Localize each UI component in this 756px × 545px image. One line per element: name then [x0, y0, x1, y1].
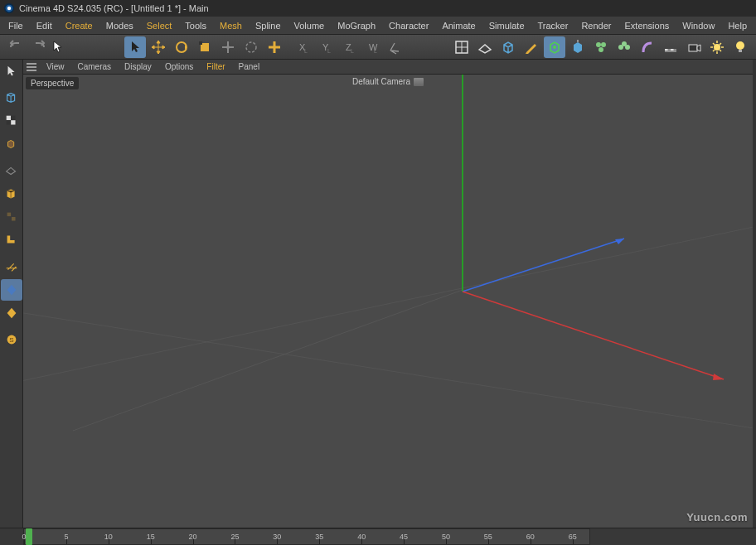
- hamburger-icon[interactable]: [23, 63, 40, 71]
- hint-bulb-icon[interactable]: [729, 36, 751, 58]
- menu-modes[interactable]: Modes: [99, 18, 140, 33]
- floor-icon[interactable]: [660, 36, 681, 58]
- title-bar: Cinema 4D S24.035 (RC) - [Untitled 1 *] …: [0, 0, 756, 17]
- select-tool-icon[interactable]: [124, 36, 146, 58]
- menu-spline[interactable]: Spline: [249, 18, 288, 33]
- svg-point-6: [226, 46, 230, 49]
- svg-point-22: [598, 47, 603, 52]
- svg-rect-28: [689, 45, 697, 51]
- tick-label: 60: [526, 533, 535, 541]
- menu-help[interactable]: Help: [721, 18, 754, 33]
- menu-animate[interactable]: Animate: [435, 18, 482, 33]
- svg-point-7: [246, 42, 256, 52]
- tweak-icon[interactable]: [1, 302, 22, 324]
- tick-label: 50: [442, 533, 450, 541]
- svg-point-30: [736, 41, 744, 50]
- tick-label: 40: [357, 533, 366, 541]
- y-axis-icon[interactable]: YL: [315, 36, 337, 58]
- timeline-ruler[interactable]: 05101520253035404550556065: [23, 528, 590, 545]
- menu-volume[interactable]: Volume: [288, 18, 332, 33]
- menu-extensions[interactable]: Extensions: [618, 18, 676, 33]
- coord-system-icon[interactable]: [385, 36, 406, 58]
- undo-icon[interactable]: [5, 36, 27, 58]
- menu-tracker[interactable]: Tracker: [531, 18, 575, 33]
- viewport-menu-filter[interactable]: Filter: [200, 60, 231, 73]
- viewport[interactable]: Perspective Default Camera: [23, 75, 753, 528]
- extrude-icon[interactable]: [567, 36, 589, 58]
- svg-line-43: [463, 292, 724, 379]
- make-editable-icon[interactable]: [1, 87, 22, 109]
- bend-icon[interactable]: [637, 36, 658, 58]
- menu-edit[interactable]: Edit: [30, 18, 59, 33]
- rotate-tool-icon[interactable]: [171, 36, 192, 58]
- coin-icon[interactable]: S: [1, 329, 22, 350]
- plane-icon[interactable]: [474, 36, 496, 58]
- menu-select[interactable]: Select: [140, 18, 179, 33]
- svg-point-20: [596, 42, 601, 47]
- tick-label: 55: [484, 533, 492, 541]
- menu-tools[interactable]: Tools: [178, 18, 213, 33]
- subdiv-icon[interactable]: [544, 36, 565, 58]
- svg-line-41: [463, 239, 624, 292]
- z-axis-icon[interactable]: ZL: [338, 36, 360, 58]
- texture-mode-icon[interactable]: [1, 133, 22, 155]
- window-title: Cinema 4D S24.035 (RC) - [Untitled 1 *] …: [19, 3, 209, 13]
- cloner-icon[interactable]: [590, 36, 612, 58]
- svg-rect-32: [7, 116, 11, 120]
- svg-point-29: [714, 44, 720, 51]
- w-axis-icon[interactable]: WL: [361, 36, 383, 58]
- menu-character[interactable]: Character: [382, 18, 435, 33]
- viewport-menu-view[interactable]: View: [40, 60, 71, 73]
- pen-icon[interactable]: [521, 36, 542, 58]
- tick-label: 30: [273, 533, 281, 541]
- viewport-menu-display[interactable]: Display: [118, 60, 158, 73]
- redo-icon[interactable]: [28, 36, 50, 58]
- scale-tool-icon[interactable]: [194, 36, 216, 58]
- view-layout-icon[interactable]: [451, 36, 472, 58]
- points-mode-icon[interactable]: [1, 183, 22, 205]
- cube-icon[interactable]: [497, 36, 519, 58]
- svg-rect-36: [7, 213, 12, 217]
- svg-rect-37: [12, 217, 16, 221]
- tick-label: 20: [189, 533, 197, 541]
- menu-create[interactable]: Create: [59, 18, 99, 33]
- menu-mesh[interactable]: Mesh: [213, 18, 249, 33]
- model-mode-icon[interactable]: [1, 110, 22, 132]
- viewport-menubar: ViewCamerasDisplayOptionsFilterPanel: [23, 60, 753, 75]
- menu-simulate[interactable]: Simulate: [482, 18, 531, 33]
- workplane-mode-icon[interactable]: [1, 160, 22, 181]
- add-tool-icon[interactable]: [264, 36, 285, 58]
- axis-mode-icon[interactable]: [1, 256, 22, 277]
- menu-mograph[interactable]: MoGraph: [331, 18, 382, 33]
- camera-add-icon[interactable]: [683, 36, 705, 58]
- svg-point-25: [622, 41, 627, 46]
- svg-rect-26: [665, 49, 668, 51]
- recent-tool-icon[interactable]: [240, 36, 262, 58]
- viewport-menu-panel[interactable]: Panel: [232, 60, 267, 73]
- x-axis-icon[interactable]: XL: [292, 36, 313, 58]
- svg-text:L: L: [304, 48, 308, 54]
- timeline[interactable]: 05101520253035404550556065: [0, 528, 756, 545]
- menu-render[interactable]: Render: [574, 18, 618, 33]
- array-icon[interactable]: [613, 36, 635, 58]
- menu-window[interactable]: Window: [676, 18, 721, 33]
- tick-label: 15: [147, 533, 155, 541]
- svg-rect-27: [671, 49, 674, 51]
- svg-rect-5: [199, 41, 202, 45]
- svg-marker-44: [713, 374, 724, 380]
- playhead[interactable]: [26, 528, 32, 545]
- diamond-icon[interactable]: [1, 279, 22, 301]
- menubar: FileEditCreateModesSelectToolsMeshSpline…: [0, 17, 756, 35]
- menu-file[interactable]: File: [2, 18, 30, 33]
- viewport-menu-options[interactable]: Options: [158, 60, 200, 73]
- svg-text:S: S: [9, 336, 14, 344]
- live-select-icon[interactable]: [1, 60, 22, 82]
- edges-mode-icon[interactable]: [1, 206, 22, 228]
- move-tool-icon[interactable]: [148, 36, 169, 58]
- locked-tool-icon[interactable]: [217, 36, 239, 58]
- viewport-menu-cameras[interactable]: Cameras: [71, 60, 119, 73]
- polys-mode-icon[interactable]: [1, 229, 22, 251]
- svg-rect-31: [739, 50, 742, 52]
- light-add-icon[interactable]: [706, 36, 728, 58]
- viewport-axes: [23, 75, 753, 528]
